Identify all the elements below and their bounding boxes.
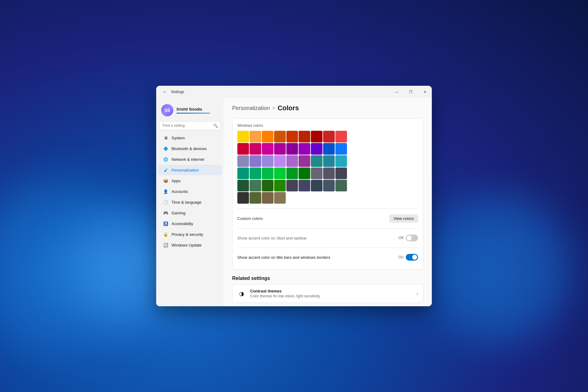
color-swatch-1-0[interactable] [237, 143, 249, 155]
sidebar-item-system[interactable]: 🖥 System [158, 133, 222, 143]
sidebar-item-personalization[interactable]: 🖌 Personalization [158, 165, 222, 175]
color-row-2 [237, 155, 418, 167]
color-swatch-3-1[interactable] [250, 168, 261, 179]
color-swatch-5-0[interactable] [237, 192, 249, 204]
toggle-titlebar[interactable] [406, 254, 418, 261]
color-swatch-4-4[interactable] [286, 180, 298, 191]
color-swatch-0-3[interactable] [274, 131, 286, 142]
sidebar-item-apps[interactable]: 📦 Apps [158, 175, 222, 186]
color-swatch-0-7[interactable] [323, 131, 335, 142]
color-swatch-4-5[interactable] [299, 180, 310, 191]
bg-blob-3 [420, 193, 573, 346]
sidebar-item-gaming[interactable]: 🎮 Gaming [158, 208, 222, 218]
accessibility-label: Accessibility [172, 221, 193, 226]
sidebar-item-accounts[interactable]: 👤 Accounts [158, 186, 222, 197]
main-content: Personalization > Colors Windows colors … [224, 98, 432, 306]
personalization-label: Personalization [172, 168, 199, 172]
color-swatch-2-6[interactable] [311, 155, 322, 167]
bluetooth-label: Bluetooth & devices [172, 146, 207, 151]
back-button[interactable]: ← [161, 88, 168, 96]
accounts-icon: 👤 [163, 189, 168, 194]
color-swatch-1-3[interactable] [274, 143, 286, 155]
color-swatch-0-2[interactable] [262, 131, 273, 142]
color-swatch-1-7[interactable] [323, 143, 335, 155]
color-swatch-0-5[interactable] [299, 131, 310, 142]
color-swatch-3-3[interactable] [274, 168, 286, 179]
color-swatch-3-4[interactable] [286, 168, 298, 179]
color-swatch-4-6[interactable] [311, 180, 322, 191]
contrast-themes-item[interactable]: ◑ Contrast themes Color themes for low v… [232, 285, 423, 303]
color-swatch-0-4[interactable] [286, 131, 298, 142]
color-swatch-1-4[interactable] [286, 143, 298, 155]
color-swatch-1-2[interactable] [262, 143, 273, 155]
color-swatch-5-3[interactable] [274, 192, 286, 204]
toggle-titlebar-label: Show accent color on title bars and wind… [237, 255, 330, 260]
color-swatch-3-5[interactable] [299, 168, 310, 179]
color-swatch-2-5[interactable] [299, 155, 310, 167]
color-swatch-1-6[interactable] [311, 143, 322, 155]
color-swatch-4-2[interactable] [262, 180, 273, 191]
color-swatch-2-0[interactable] [237, 155, 249, 167]
color-swatch-4-1[interactable] [250, 180, 261, 191]
system-icon: 🖥 [163, 135, 168, 141]
content-area: SS Srishti Sisodia 🔍 🖥 System 🔷 Bluetoot… [156, 98, 432, 306]
contrast-themes-chevron: › [417, 291, 418, 296]
sidebar: SS Srishti Sisodia 🔍 🖥 System 🔷 Bluetoot… [156, 98, 224, 306]
color-swatch-4-8[interactable] [335, 180, 347, 191]
gaming-label: Gaming [172, 211, 186, 215]
sidebar-item-accessibility[interactable]: ♿ Accessibility [158, 218, 222, 229]
color-swatch-0-8[interactable] [335, 131, 347, 142]
color-swatch-4-0[interactable] [237, 180, 249, 191]
color-swatch-2-7[interactable] [323, 155, 335, 167]
accessibility-icon: ♿ [163, 221, 168, 226]
maximize-button[interactable]: ❐ [404, 86, 418, 98]
color-swatch-3-2[interactable] [262, 168, 273, 179]
personalization-icon: 🖌 [163, 167, 168, 173]
color-swatch-1-8[interactable] [335, 143, 347, 155]
color-swatch-1-1[interactable] [250, 143, 261, 155]
toggle-start[interactable] [406, 235, 418, 241]
network-icon: 🌐 [163, 156, 168, 162]
system-label: System [172, 136, 185, 140]
color-swatch-3-6[interactable] [311, 168, 322, 179]
apps-icon: 📦 [163, 178, 168, 183]
window-controls: — ❐ ✕ [390, 86, 432, 98]
close-button[interactable]: ✕ [418, 86, 432, 98]
sidebar-item-bluetooth[interactable]: 🔷 Bluetooth & devices [158, 143, 222, 154]
sidebar-item-timelanguage[interactable]: 🕐 Time & language [158, 197, 222, 207]
color-swatch-0-0[interactable] [237, 131, 249, 142]
search-box[interactable]: 🔍 [159, 121, 221, 130]
color-swatch-2-2[interactable] [262, 155, 273, 167]
color-swatch-2-4[interactable] [286, 155, 298, 167]
color-row-0 [237, 131, 418, 142]
avatar: SS [161, 104, 173, 116]
color-swatch-0-6[interactable] [311, 131, 322, 142]
sidebar-item-network[interactable]: 🌐 Network & internet [158, 154, 222, 164]
sidebar-item-windowsupdate[interactable]: 🔄 Windows Update [158, 240, 222, 250]
windowsupdate-label: Windows Update [172, 243, 202, 247]
color-row-5 [237, 192, 418, 204]
color-swatch-4-3[interactable] [274, 180, 286, 191]
color-swatch-1-5[interactable] [299, 143, 310, 155]
color-swatch-4-7[interactable] [323, 180, 335, 191]
color-swatch-2-1[interactable] [250, 155, 261, 167]
sidebar-item-privacy[interactable]: 🔒 Privacy & security [158, 229, 222, 239]
color-swatch-3-7[interactable] [323, 168, 335, 179]
avatar-initials: SS [164, 108, 170, 113]
toggle-start-label: Show accent color on Start and taskbar [237, 236, 307, 240]
window-title: Settings [171, 90, 184, 94]
color-swatch-5-2[interactable] [262, 192, 273, 204]
color-swatch-5-1[interactable] [250, 192, 261, 204]
toggle-start-state: Off [398, 236, 403, 240]
divider-2 [237, 228, 418, 228]
view-colors-button[interactable]: View colors [389, 214, 418, 223]
color-swatch-3-0[interactable] [237, 168, 249, 179]
search-input[interactable] [159, 121, 221, 130]
color-swatch-3-8[interactable] [335, 168, 347, 179]
windows-colors-label: Windows colors [237, 123, 418, 128]
color-swatch-2-3[interactable] [274, 155, 286, 167]
toggle-titlebar-thumb [412, 255, 417, 260]
color-swatch-0-1[interactable] [250, 131, 261, 142]
color-swatch-2-8[interactable] [335, 155, 347, 167]
minimize-button[interactable]: — [390, 86, 404, 98]
